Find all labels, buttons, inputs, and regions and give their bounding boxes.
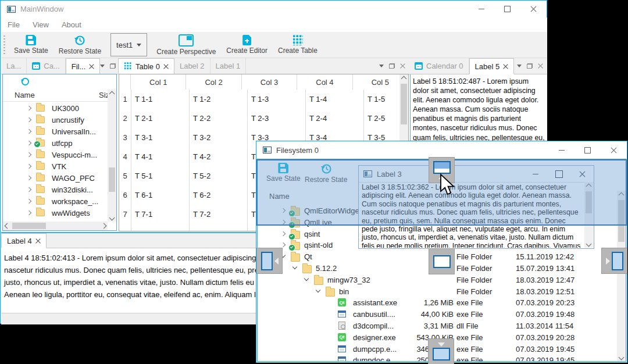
menu-view[interactable]: View: [26, 20, 55, 29]
close-tab-icon[interactable]: [35, 238, 41, 244]
main-titlebar[interactable]: MainWindow: [1, 1, 547, 17]
tree-item[interactable]: WAGO_PFC: [52, 174, 95, 183]
table-row[interactable]: 1T 1-1T 1-2T 1-3T 1-4T 1-5: [119, 90, 409, 109]
expand-icon[interactable]: [27, 187, 31, 192]
tree-item[interactable]: wwWidgets: [52, 209, 90, 217]
fs-row[interactable]: canbusutil....44,00 KiBexe File07.03.201…: [258, 309, 616, 320]
tab-label2[interactable]: Label 2: [174, 58, 210, 74]
dock-right-icon: [612, 252, 623, 270]
float-icon[interactable]: [527, 63, 533, 69]
close-tab-icon[interactable]: [89, 64, 94, 69]
restore-state-button[interactable]: Restore State: [53, 33, 106, 56]
tab-label0[interactable]: La...: [1, 58, 27, 74]
close-tab-icon[interactable]: [503, 64, 508, 69]
dock-indicator-left[interactable]: [256, 248, 283, 274]
tab-calendar[interactable]: Ca...: [27, 58, 65, 74]
menubar: File View About: [1, 17, 547, 32]
tree-item[interactable]: win32diski...: [52, 185, 93, 194]
qt-app-icon: Qt: [338, 298, 346, 306]
tab-table0[interactable]: Table 0: [118, 58, 174, 74]
tab-menu-icon[interactable]: [100, 65, 105, 67]
expand-icon[interactable]: [27, 176, 31, 180]
collapse-icon[interactable]: [304, 276, 309, 281]
create-table-button[interactable]: Create Table: [273, 34, 323, 56]
tree-header[interactable]: Name Size: [3, 90, 116, 102]
float-icon[interactable]: [389, 63, 395, 69]
fs-row[interactable]: d3dcompil...3,31 MiBdll File11.03.2014 1…: [258, 320, 616, 332]
left-tabbar: La... Ca... Fil...: [1, 58, 118, 74]
close-panel-icon[interactable]: [538, 63, 543, 69]
calendar-icon: [415, 62, 423, 70]
folder-icon: [291, 254, 300, 262]
tab-menu-icon[interactable]: [517, 65, 522, 67]
fs-row[interactable]: Qtassistant.exe1,26 MiBexe File07.03.201…: [258, 297, 616, 309]
table-tabbar: Table 0 Label 2 Label 1: [118, 58, 409, 74]
expand-icon[interactable]: [27, 117, 31, 122]
chevron-down-icon: [137, 44, 141, 47]
col-header[interactable]: Col 4: [297, 74, 352, 90]
dock-indicator-bottom[interactable]: [428, 338, 454, 364]
dock-bottom-icon: [433, 348, 450, 361]
arrow-left-icon: [274, 258, 279, 265]
dock-indicator-right[interactable]: [601, 248, 627, 274]
maximize-button[interactable]: [494, 1, 520, 17]
fs-row[interactable]: mingw73_32File Folder18.03.2019 12:47: [258, 274, 616, 286]
close-tab-icon[interactable]: [163, 64, 169, 69]
tree-item[interactable]: UniversalIn...: [52, 127, 96, 136]
toolbar-drag-handle[interactable]: [3, 35, 5, 54]
close-button[interactable]: [520, 1, 547, 17]
expand-icon[interactable]: [281, 242, 286, 247]
expand-icon[interactable]: [27, 210, 31, 215]
tree-vscrollbar[interactable]: [108, 90, 116, 222]
minimize-button[interactable]: [548, 141, 575, 159]
save-state-button[interactable]: Save State: [9, 34, 53, 56]
tree-item[interactable]: UK3000: [52, 104, 79, 113]
menu-file[interactable]: File: [1, 20, 26, 29]
tree-restore-icon[interactable]: [20, 77, 30, 86]
tab-menu-icon[interactable]: [379, 65, 384, 67]
maximize-button[interactable]: [575, 141, 601, 159]
close-panel-icon[interactable]: [400, 63, 405, 69]
tab-calendar0[interactable]: Calendar 0: [409, 58, 469, 74]
tab-label5[interactable]: Label 5: [469, 58, 515, 74]
menu-about[interactable]: About: [55, 20, 88, 29]
close-button[interactable]: [601, 141, 627, 159]
tree-item[interactable]: utfcpp: [52, 139, 72, 148]
tree-hscrollbar[interactable]: [3, 222, 108, 230]
collapse-icon[interactable]: [292, 265, 297, 269]
folder-icon: [36, 198, 45, 205]
perspective-combo[interactable]: test1: [110, 33, 147, 56]
col-header[interactable]: Col 2: [186, 74, 241, 90]
tree-item[interactable]: VTK: [52, 162, 66, 171]
qt-app-icon: Qt: [338, 333, 346, 341]
folder-icon: [36, 116, 45, 123]
expand-icon[interactable]: [27, 106, 31, 110]
filesystem-titlebar[interactable]: Filesystem 0: [256, 141, 627, 159]
expand-icon[interactable]: [27, 141, 31, 145]
fs-row[interactable]: binFile Folder18.03.2019 12:51: [258, 286, 616, 298]
dock-indicator-center[interactable]: [429, 248, 455, 274]
col-header[interactable]: Col 3: [242, 74, 297, 90]
create-perspective-button[interactable]: Create Perspective: [151, 33, 221, 57]
tree-item[interactable]: uncrustify: [52, 116, 84, 124]
minimize-button[interactable]: [468, 1, 494, 17]
create-editor-button[interactable]: Create Editor: [221, 34, 273, 56]
expand-icon[interactable]: [27, 164, 31, 169]
tree-item[interactable]: workspace_...: [52, 197, 98, 206]
table-row[interactable]: 2T 2-1T 2-2T 2-3T 2-4T 2-5: [119, 109, 409, 129]
col-header[interactable]: Col 1: [131, 74, 186, 90]
tab-label4[interactable]: Label 4: [1, 233, 47, 248]
table-icon: [124, 62, 132, 70]
tab-label1[interactable]: Label 1: [210, 58, 247, 74]
folder-icon: [326, 288, 335, 297]
float-icon[interactable]: [110, 63, 116, 69]
tree-item[interactable]: Vespucci-m...: [52, 151, 97, 159]
expand-icon[interactable]: [27, 152, 31, 157]
expand-icon[interactable]: [281, 231, 286, 235]
toolbar: Save State Restore State test1 Create Pe…: [1, 32, 547, 58]
folder-icon: [302, 265, 312, 273]
expand-icon[interactable]: [27, 199, 31, 204]
collapse-icon[interactable]: [316, 287, 320, 292]
tab-filesystem[interactable]: Fil...: [66, 58, 101, 74]
expand-icon[interactable]: [27, 129, 31, 134]
